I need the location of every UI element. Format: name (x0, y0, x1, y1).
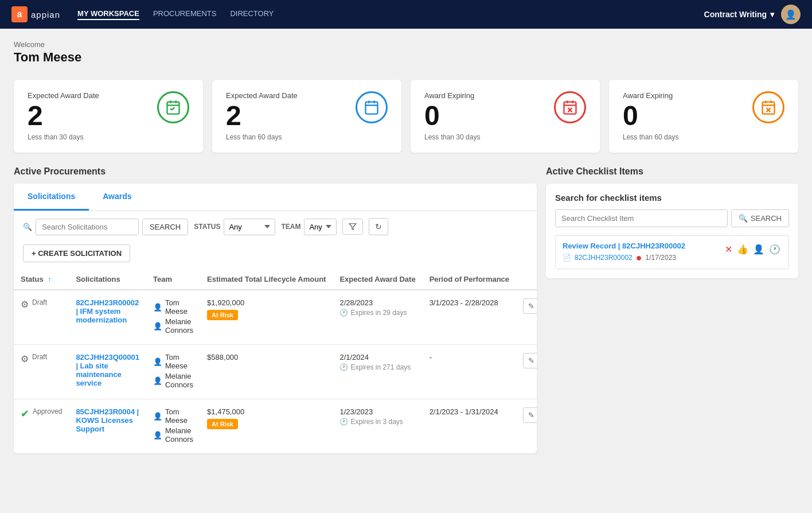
action-thumb-icon[interactable]: 👍 (736, 243, 749, 256)
person-icon: 👤 (153, 322, 162, 331)
row-2-solicitation-link[interactable]: 85CJHH23R0004 | KOWS Licenses Support (76, 407, 139, 433)
row-2-amount: $1,475,000At Risk (200, 399, 333, 454)
checklist-search-button[interactable]: 🔍 SEARCH (731, 209, 789, 227)
team-member-name: Tom Meese (165, 407, 193, 425)
tab-awards[interactable]: Awards (89, 184, 145, 211)
tab-solicitations[interactable]: Solicitations (14, 184, 89, 211)
appian-logo-icon: a (11, 6, 28, 22)
row-0-award-date-value: 2/28/2023 (339, 298, 415, 307)
checklist-item-0-left: Review Record | 82CJHH23R00002 📄 82CJHH2… (563, 242, 719, 263)
row-2-edit-button[interactable]: ✎ (523, 407, 537, 423)
sort-icon[interactable]: ↑ (48, 275, 52, 283)
svg-line-5 (172, 107, 175, 110)
checklist-actions-0: ✕ 👍 👤 🕐 (724, 243, 782, 256)
app-name[interactable]: Contract Writing ▾ (704, 10, 774, 19)
stat-card-0-label: Expected Award Date (28, 91, 99, 100)
row-1-team: 👤Tom Meese👤Melanie Connors (146, 345, 200, 399)
team-filter-wrap: TEAM Any (281, 219, 337, 235)
svg-marker-22 (350, 224, 357, 230)
active-procurements-title: Active Procurements (14, 166, 537, 177)
row-0-status-text: Draft (32, 298, 47, 306)
checklist-card: Search for checklist items 🔍 SEARCH Revi… (546, 184, 798, 278)
col-header-solicitations: Solicitations (69, 269, 146, 290)
stat-card-0-number: 2 (28, 102, 99, 130)
row-0-edit: ✎ (516, 290, 537, 345)
row-0-solicitation-link[interactable]: 82CJHH23R00002 | IFM system modernizatio… (76, 298, 139, 324)
row-1-solicitation-link[interactable]: 82CJHH23Q00001 | Lab site maintenance se… (76, 353, 139, 387)
main-content: Active Procurements Solicitations Awards… (0, 162, 812, 467)
row-0-performance: 3/1/2023 - 2/28/2028 (423, 290, 516, 345)
row-0-status: ⚙Draft (14, 290, 69, 345)
row-2-award-date-value: 1/23/2023 (339, 407, 415, 416)
action-cancel-icon[interactable]: ✕ (724, 243, 733, 256)
col-header-amount: Estimated Total Lifecycle Amount (200, 269, 333, 290)
row-0-edit-button[interactable]: ✎ (523, 298, 537, 314)
stat-card-1: Expected Award Date 2 Less than 60 days (212, 80, 401, 153)
expires-icon: 🕐 (339, 309, 348, 317)
row-2-status: ✔Approved (14, 399, 69, 454)
table-row-1: ⚙Draft82CJHH23Q00001 | Lab site maintena… (14, 345, 537, 399)
welcome-section: Welcome Tom Meese (0, 29, 812, 71)
row-0-expires: 🕐Expires in 29 days (339, 309, 415, 317)
solicitations-table: Status ↑ Solicitations Team Estimated To… (14, 269, 537, 453)
team-member: 👤Melanie Connors (153, 372, 193, 389)
row-0-award-date: 2/28/2023🕐Expires in 29 days (333, 290, 422, 345)
col-header-status: Status ↑ (14, 269, 69, 290)
checklist-item-0-dot: ● (636, 252, 642, 263)
stat-card-2: Award Expiring 0 Less than 30 days (411, 80, 600, 153)
team-filter-select[interactable]: Any (304, 219, 337, 235)
checklist-item-0-meta: 📄 82CJHH23R00002 ● 1/17/2023 (563, 252, 719, 263)
row-1-amount: $588,000 (200, 345, 333, 399)
stat-card-1-sublabel: Less than 60 days (226, 133, 298, 141)
col-header-award-date: Expected Award Date (333, 269, 422, 290)
nav-procurements[interactable]: PROCUREMENTS (153, 9, 217, 20)
brand: a appian (11, 6, 60, 22)
checklist-item-0-title[interactable]: Review Record | 82CJHH23R00002 (563, 242, 719, 250)
nav-my-workspace[interactable]: MY WORKSPACE (77, 9, 139, 20)
avatar[interactable]: 👤 (781, 5, 801, 24)
stat-card-1-icon (356, 91, 388, 123)
filter-icon-button[interactable] (342, 219, 363, 235)
row-1-solicitation: 82CJHH23Q00001 | Lab site maintenance se… (69, 345, 146, 399)
team-member-name: Tom Meese (165, 353, 193, 370)
search-button[interactable]: SEARCH (142, 219, 188, 235)
appian-text: appian (31, 10, 60, 20)
create-solicitation-button[interactable]: + CREATE SOLICITATION (23, 244, 130, 262)
draft-icon: ⚙ (21, 299, 29, 310)
row-2-expires: 🕐Expires in 3 days (339, 418, 415, 426)
stat-card-3: Award Expiring 0 Less than 60 days (609, 80, 798, 153)
col-header-action (516, 269, 537, 290)
row-2-edit: ✎ (516, 399, 537, 454)
nav-links: MY WORKSPACE PROCUREMENTS DIRECTORY (77, 9, 704, 20)
checklist-title: Search for checklist items (555, 193, 789, 203)
checklist-search-input[interactable] (555, 209, 728, 227)
at-risk-badge: At Risk (207, 419, 238, 429)
row-1-status-text: Draft (32, 353, 47, 361)
team-member: 👤Melanie Connors (153, 426, 193, 444)
stat-card-1-number: 2 (226, 102, 298, 130)
refresh-button[interactable]: ↻ (369, 218, 388, 235)
team-member-name: Tom Meese (165, 298, 193, 316)
row-0-amount: $1,920,000At Risk (200, 290, 333, 345)
checklist-search-row: 🔍 SEARCH (555, 209, 789, 227)
person-icon: 👤 (153, 412, 162, 421)
app-name-label: Contract Writing (704, 10, 767, 19)
person-icon: 👤 (153, 431, 162, 440)
status-filter-select[interactable]: Any Draft Approved (224, 219, 275, 235)
person-icon: 👤 (153, 303, 162, 312)
action-clock-icon[interactable]: 🕐 (768, 243, 782, 256)
team-member-name: Melanie Connors (165, 426, 193, 444)
search-solicitations-input[interactable] (36, 219, 139, 235)
status-filter-wrap: STATUS Any Draft Approved (194, 219, 275, 235)
action-user-icon[interactable]: 👤 (752, 243, 766, 256)
checklist-search-label: SEARCH (751, 214, 782, 223)
row-0-team: 👤Tom Meese👤Melanie Connors (146, 290, 200, 345)
nav-directory[interactable]: DIRECTORY (230, 9, 274, 20)
row-1-edit-button[interactable]: ✎ (523, 353, 537, 368)
svg-rect-6 (366, 102, 378, 114)
checklist-item-0-doc-id[interactable]: 82CJHH23R00002 (575, 254, 633, 262)
row-1-expires: 🕐Expires in 271 days (339, 363, 415, 371)
stat-card-2-label: Award Expiring (424, 91, 480, 100)
draft-icon: ⚙ (21, 353, 29, 364)
row-1-edit: ✎ (516, 345, 537, 399)
